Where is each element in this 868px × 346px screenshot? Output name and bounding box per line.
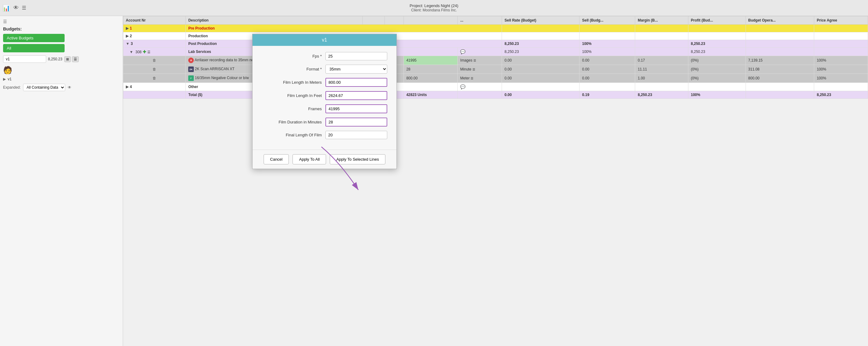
row-sell-rate: 8,250.23 [502, 40, 580, 48]
expanded-select[interactable]: All Containing Data [23, 84, 65, 91]
row-profit [688, 25, 746, 32]
list-icon[interactable]: ☰ [147, 50, 150, 54]
sidebar-menu-icon[interactable]: ☰ [3, 19, 120, 24]
spreadsheet-icon[interactable]: 📊 [2, 4, 10, 12]
version-input[interactable] [3, 55, 46, 63]
row-sell [580, 32, 635, 40]
table-row: ▶4 Other 💬 [123, 83, 868, 91]
film-feet-input[interactable] [326, 91, 387, 100]
row-profit [688, 32, 746, 40]
row-v3: 0.17 [635, 56, 688, 65]
row-v1[interactable]: 0.00 [502, 74, 580, 83]
total-sell-rate: 8,250.23 [635, 91, 688, 99]
row-expand[interactable]: ▶1 [123, 25, 186, 32]
scan-icon: 2K [188, 66, 194, 72]
dialog-title-bar: v1 [252, 34, 397, 46]
row-v2[interactable]: 0.00 [580, 65, 635, 74]
row-qty[interactable]: 800.00 [404, 74, 457, 83]
row-sell-rate: 7,139.15 [746, 56, 814, 65]
version-row: 8,250.23 ⊞ ☰ [3, 55, 120, 63]
arrilaser-icon: A [188, 58, 194, 63]
apply-to-all-button[interactable]: Apply To All [292, 154, 326, 164]
menu-lines-icon[interactable]: ☰ [22, 5, 26, 11]
fps-input[interactable] [326, 52, 387, 60]
frames-input[interactable] [326, 104, 387, 113]
row-sell-rate [502, 25, 580, 32]
row-price-agree [814, 48, 868, 56]
row-qty[interactable]: 28 [404, 65, 457, 74]
toolbar-icons: 📊 👁 ☰ [2, 4, 26, 12]
client-name: Client: Moondana Films Inc. [410, 8, 458, 12]
row-trash[interactable]: 🗑 [123, 56, 186, 65]
row-price-agree [814, 25, 868, 32]
row-margin [635, 40, 688, 48]
row-budget-op [746, 32, 814, 40]
row-desc: Pre Production [186, 25, 502, 32]
row-pct: (0%) [688, 56, 746, 65]
expanded-label: Expanded: [3, 85, 21, 90]
row-v1[interactable]: 0.00 [502, 56, 580, 65]
row-trash[interactable]: 🗑 [123, 74, 186, 83]
row-v2[interactable]: 0.00 [580, 56, 635, 65]
film-meters-input[interactable] [326, 78, 387, 87]
row-sell-rate [502, 83, 580, 91]
row-expand[interactable]: ▶2 [123, 32, 186, 40]
col-sell: Sell (Budg... [580, 16, 635, 25]
film-feet-label: Film Length In Feet [262, 93, 322, 98]
v1-expand-arrow[interactable]: ▶ [3, 77, 6, 81]
total-row: Total ($) 42823 Units 0.00 0.19 8,250.23… [123, 91, 868, 99]
row-margin [635, 32, 688, 40]
v1-row: ▶ v1 [3, 77, 120, 81]
format-select[interactable]: 35mm [326, 65, 387, 74]
row-margin [635, 83, 688, 91]
row-expand[interactable]: ▼3 [123, 40, 186, 48]
content-area: Account Nr Description ... Sell Rate (Bu… [123, 16, 868, 346]
final-length-label: Final Length Of Film [262, 133, 322, 137]
row-margin [635, 48, 688, 56]
row-v3: 11.11 [635, 65, 688, 74]
final-length-input[interactable] [326, 131, 387, 139]
row-sell-rate: 8,250.23 [502, 48, 580, 56]
row-chat5[interactable]: 💬 [458, 83, 502, 91]
film-icon: F [188, 76, 194, 81]
version-icon-btn-1[interactable]: ⊞ [64, 56, 71, 62]
dialog-footer: Cancel Apply To All Apply To Selected Li… [252, 150, 397, 169]
row-v1[interactable]: 0.00 [502, 65, 580, 74]
row-expand[interactable]: ▶4 [123, 83, 186, 91]
budgets-label: Budgets: [3, 27, 120, 31]
row-price-agree [814, 40, 868, 48]
top-header: 📊 👁 ☰ Project: Legends Night (24) Client… [0, 0, 868, 16]
row-sell-rate: 800.00 [746, 74, 814, 83]
total-qty-label: 42823 Units [404, 91, 457, 99]
col-empty3 [404, 16, 457, 25]
row-sell-rate [502, 32, 580, 40]
add-line-icon[interactable]: ✚ [143, 49, 147, 54]
format-row: Format * 35mm [262, 65, 387, 74]
eye-icon-sidebar[interactable]: 👁 [68, 85, 71, 90]
budget-table: Account Nr Description ... Sell Rate (Bu… [123, 16, 868, 99]
row-budget-op [746, 83, 814, 91]
version-icon-btn-2[interactable]: ☰ [72, 56, 79, 62]
row-unit: Minute ☰ [458, 65, 502, 74]
eye-icon[interactable]: 👁 [13, 5, 19, 11]
format-label: Format * [262, 67, 322, 71]
version-icons: ⊞ ☰ [64, 56, 79, 62]
row-expand-308[interactable]: ▼ 308 ✚ ☰ [123, 48, 186, 56]
col-account-nr: Account Nr [123, 16, 186, 25]
col-margin: Margin (B... [635, 16, 688, 25]
header-center: Project: Legends Night (24) Client: Moon… [410, 3, 458, 12]
row-unit: Images ☰ [458, 56, 502, 65]
row-trash[interactable]: 🗑 [123, 65, 186, 74]
table-row: 🗑 2K 2K Scan ARRISCAN XT v1 28 Minute ☰ … [123, 65, 868, 74]
all-budgets-button[interactable]: All [3, 44, 65, 52]
film-duration-input[interactable] [326, 118, 387, 126]
expanded-row: Expanded: All Containing Data 👁 [3, 84, 120, 91]
row-v2[interactable]: 0.00 [580, 74, 635, 83]
row-chat-icon[interactable]: 💬 [458, 48, 502, 56]
person-icon: 🧑 [3, 66, 120, 75]
apply-to-selected-lines-button[interactable]: Apply To Selected Lines [330, 154, 385, 164]
active-budgets-button[interactable]: Active Budgets [3, 34, 65, 42]
row-qty[interactable]: 41995 [404, 56, 457, 65]
cancel-button[interactable]: Cancel [264, 154, 289, 164]
table-row: 🗑 F 16/35mm Negative Colour or b/w v1 80… [123, 74, 868, 83]
